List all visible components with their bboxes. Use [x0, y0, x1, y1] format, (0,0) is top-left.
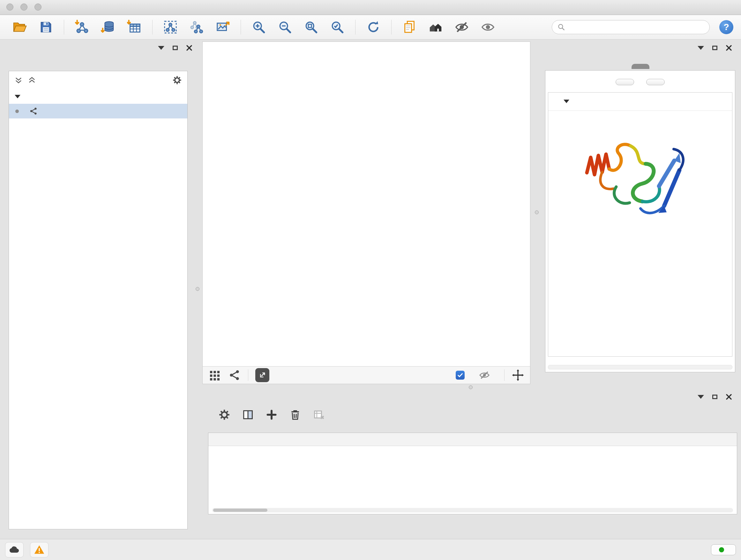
zoom-fit-button[interactable] [303, 19, 320, 36]
save-session-button[interactable] [38, 19, 54, 36]
expand-all-icon[interactable] [27, 76, 37, 84]
collapse-all-icon[interactable] [14, 76, 23, 84]
crosshair-move-icon [512, 369, 524, 381]
splitter-handle[interactable] [469, 385, 473, 389]
insert-column-icon[interactable] [242, 408, 254, 421]
eye-hide-icon [455, 20, 469, 35]
protein-card-header[interactable] [548, 92, 732, 111]
control-panel-tabs [4, 54, 198, 59]
network-row-selected[interactable] [9, 104, 187, 118]
network-icon [29, 107, 38, 116]
clone-network-button[interactable] [188, 19, 205, 36]
crosslinks-heading [548, 237, 732, 249]
panel-float-icon[interactable] [712, 46, 718, 50]
selected-checkbox-icon[interactable] [456, 371, 465, 380]
new-network-selection-button[interactable] [162, 19, 179, 36]
node-table [208, 433, 737, 514]
zoom-window-button[interactable] [35, 3, 42, 10]
memory-status-dot [719, 547, 724, 552]
image-export-icon [215, 20, 230, 35]
panel-close-icon[interactable] [186, 45, 192, 51]
table-scrollbar[interactable] [212, 508, 733, 512]
pan-mode-button[interactable] [512, 369, 524, 381]
help-button[interactable] [719, 20, 733, 34]
hidden-eye-icon[interactable] [479, 369, 490, 381]
table-panel [206, 390, 737, 534]
zoom-out-button[interactable] [277, 19, 293, 36]
open-session-button[interactable] [11, 19, 28, 36]
export-view-button[interactable] [255, 368, 269, 382]
panel-menu-icon[interactable] [158, 46, 164, 50]
search-input[interactable] [569, 22, 704, 32]
network-overview-button[interactable] [228, 369, 241, 381]
panel-menu-icon[interactable] [697, 46, 704, 50]
zoom-selected-button[interactable] [329, 19, 346, 36]
panel-float-icon[interactable] [712, 395, 718, 399]
duplicate-session-button[interactable] [401, 19, 418, 36]
collapse-all-button[interactable] [646, 79, 665, 85]
protein-structure-image [578, 122, 702, 237]
show-graphics-button[interactable] [480, 19, 496, 36]
protein-card [548, 92, 732, 357]
share-icon [228, 369, 241, 381]
trash-icon[interactable] [289, 408, 301, 421]
search-icon [557, 23, 565, 31]
panel-menu-icon[interactable] [697, 395, 704, 399]
grid-icon [208, 369, 221, 381]
zoom-fit-icon [304, 20, 319, 35]
close-window-button[interactable] [6, 3, 13, 10]
zoom-out-icon [278, 20, 292, 35]
tree-expand-icon[interactable] [15, 95, 20, 98]
network-view-toolbar [203, 366, 530, 384]
cloud-icon [9, 544, 20, 556]
string-results-box [545, 70, 735, 372]
import-network-file-button[interactable] [74, 19, 90, 36]
import-network-database-button[interactable] [100, 19, 117, 36]
panel-close-icon[interactable] [726, 394, 732, 400]
import-table-icon [127, 20, 142, 35]
protein-description [548, 111, 732, 116]
results-scrollbar[interactable] [548, 365, 732, 369]
graphics-details-button[interactable] [427, 19, 444, 36]
expand-all-button[interactable] [616, 79, 634, 85]
houses-icon [428, 20, 443, 35]
warning-icon [33, 544, 45, 556]
section-expand-icon[interactable] [563, 100, 569, 103]
import-network-icon [75, 20, 89, 35]
network-canvas[interactable] [203, 42, 530, 366]
network-collection-row[interactable] [9, 89, 187, 104]
window-controls[interactable] [6, 3, 42, 10]
panel-close-icon[interactable] [726, 45, 732, 51]
table-header-row [208, 433, 737, 446]
export-image-button[interactable] [214, 19, 231, 36]
clone-network-icon [189, 20, 204, 35]
warnings-button[interactable] [30, 542, 49, 557]
main-toolbar [0, 15, 741, 40]
cloud-button[interactable] [5, 542, 23, 557]
toolbar-separator [241, 20, 241, 35]
memory-button[interactable] [711, 544, 736, 555]
network-view [202, 42, 530, 384]
tab-string[interactable] [631, 64, 650, 69]
refresh-icon [366, 20, 381, 35]
apply-layout-button[interactable] [365, 19, 382, 36]
minimize-window-button[interactable] [20, 3, 27, 10]
search-box[interactable] [552, 20, 710, 34]
import-table-button[interactable] [126, 19, 143, 36]
arrow-up-right-icon [258, 371, 267, 380]
table-toolbar [206, 403, 737, 425]
status-bar [0, 539, 741, 560]
gear-icon[interactable] [218, 408, 231, 421]
splitter-handle[interactable] [196, 287, 199, 291]
gear-icon[interactable] [172, 75, 182, 85]
birdseye-view-button[interactable] [208, 369, 221, 381]
splitter-handle[interactable] [535, 210, 539, 214]
network-list-box [9, 71, 188, 530]
add-icon[interactable] [265, 408, 278, 421]
hide-graphics-button[interactable] [454, 19, 470, 36]
panel-float-icon[interactable] [173, 46, 178, 50]
eye-icon [481, 20, 495, 35]
zoom-in-button[interactable] [251, 19, 267, 36]
results-panel [543, 42, 737, 380]
scrollbar-thumb[interactable] [213, 509, 267, 512]
